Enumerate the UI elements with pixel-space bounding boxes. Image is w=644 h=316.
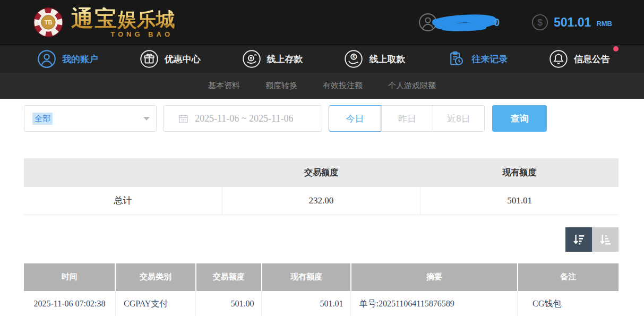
nav-item-announcements[interactable]: 信息公告 bbox=[549, 49, 610, 69]
subnav-quota-transfer[interactable]: 额度转换 bbox=[265, 81, 297, 91]
svg-text:$: $ bbox=[537, 17, 543, 28]
records-icon bbox=[446, 49, 466, 69]
deposit-icon bbox=[242, 49, 261, 69]
cell-summary: 单号:202511064115876589 bbox=[351, 291, 518, 316]
gift-icon bbox=[140, 49, 159, 69]
type-select[interactable]: 全部 bbox=[24, 105, 157, 132]
summary-header-empty bbox=[24, 158, 222, 187]
cell-time: 2025-11-06 07:02:38 bbox=[24, 291, 115, 316]
summary-total-row: 总计 232.00 501.01 bbox=[24, 187, 619, 215]
nav-label: 往来记录 bbox=[471, 53, 508, 65]
type-select-value: 全部 bbox=[32, 113, 53, 125]
header-right: 0 $ 501.01 RMB bbox=[418, 13, 612, 32]
sort-ascending-icon bbox=[598, 233, 612, 246]
summary-current-total: 501.01 bbox=[420, 187, 619, 215]
yesterday-button[interactable]: 昨日 bbox=[381, 106, 433, 131]
nav-item-withdraw[interactable]: $ 线上取款 bbox=[344, 49, 405, 69]
top-header: TB 通宝娱乐城 TONG BAO 0 $ bbox=[0, 0, 644, 45]
sort-descending-icon bbox=[572, 233, 586, 246]
logo-chinese-name: 通宝娱乐城 bbox=[71, 7, 175, 30]
cell-remark: CG钱包 bbox=[518, 291, 619, 316]
balance-currency: RMB bbox=[596, 20, 612, 28]
bell-icon bbox=[549, 49, 568, 69]
summary-header-transaction: 交易额度 bbox=[222, 158, 420, 187]
quick-range-group: 今日 昨日 近8日 bbox=[329, 105, 485, 132]
cell-balance: 501.01 bbox=[262, 291, 351, 316]
nav-label: 优惠中心 bbox=[165, 53, 201, 65]
nav-item-my-account[interactable]: 我的账户 bbox=[37, 49, 98, 69]
search-button[interactable]: 查询 bbox=[492, 105, 547, 132]
withdraw-icon: $ bbox=[344, 49, 363, 69]
username-visible-suffix: 0 bbox=[494, 16, 500, 29]
user-account[interactable]: 0 bbox=[418, 13, 500, 32]
nav-label: 线上取款 bbox=[369, 53, 405, 65]
sub-nav: 基本资料 额度转换 有效投注额 个人游戏限额 bbox=[0, 73, 644, 99]
today-button[interactable]: 今日 bbox=[329, 105, 381, 132]
cell-type: CGPAY支付 bbox=[115, 291, 195, 316]
filter-row: 全部 2025-11-06 ~ 2025-11-06 今日 昨日 近8日 查询 bbox=[24, 105, 619, 132]
records-header-row: 时间 交易类别 交易额度 现有额度 摘要 备注 bbox=[24, 263, 619, 291]
chevron-down-icon bbox=[143, 117, 150, 121]
summary-header-row: 交易额度 现有额度 bbox=[24, 158, 619, 187]
summary-table: 交易额度 现有额度 总计 232.00 501.01 bbox=[24, 158, 619, 215]
dollar-circle-icon: $ bbox=[531, 14, 548, 31]
balance[interactable]: $ 501.01 RMB bbox=[531, 14, 612, 31]
col-header-type: 交易类别 bbox=[115, 263, 195, 291]
records-table: 时间 交易类别 交易额度 现有额度 摘要 备注 2025-11-06 07:02… bbox=[24, 263, 619, 316]
sort-ascending-button[interactable] bbox=[592, 227, 619, 252]
site-logo[interactable]: TB 通宝娱乐城 TONG BAO bbox=[33, 7, 175, 38]
nav-label: 信息公告 bbox=[574, 53, 610, 65]
logo-text: 通宝娱乐城 TONG BAO bbox=[71, 7, 175, 38]
redaction-scribble bbox=[431, 13, 499, 31]
svg-text:TB: TB bbox=[45, 19, 53, 25]
poker-chip-icon: TB bbox=[33, 7, 64, 38]
col-header-time: 时间 bbox=[24, 263, 115, 291]
last-8-days-button[interactable]: 近8日 bbox=[433, 106, 484, 131]
notification-dot bbox=[613, 46, 619, 52]
subnav-game-limits[interactable]: 个人游戏限额 bbox=[388, 81, 436, 91]
date-range-value: 2025-11-06 ~ 2025-11-06 bbox=[195, 113, 293, 124]
redacted-username: 0 bbox=[431, 13, 500, 31]
balance-amount: 501.01 bbox=[554, 15, 591, 30]
table-row: 2025-11-06 07:02:38 CGPAY支付 501.00 501.0… bbox=[24, 291, 619, 316]
sort-descending-button[interactable] bbox=[565, 227, 592, 252]
summary-total-label: 总计 bbox=[24, 187, 222, 215]
sort-controls bbox=[24, 227, 619, 252]
subnav-basic-info[interactable]: 基本资料 bbox=[208, 81, 240, 91]
nav-item-deposit[interactable]: 线上存款 bbox=[242, 49, 303, 69]
date-range-input[interactable]: 2025-11-06 ~ 2025-11-06 bbox=[163, 105, 322, 132]
col-header-remark: 备注 bbox=[518, 263, 619, 291]
col-header-balance: 现有额度 bbox=[262, 263, 351, 291]
col-header-amount: 交易额度 bbox=[196, 263, 262, 291]
summary-header-current: 现有额度 bbox=[420, 158, 619, 187]
main-nav: 我的账户 优惠中心 线上存款 $ 线上取款 bbox=[0, 45, 644, 73]
content: 全部 2025-11-06 ~ 2025-11-06 今日 昨日 近8日 查询 bbox=[0, 99, 644, 316]
logo-english-name: TONG BAO bbox=[71, 31, 175, 38]
nav-item-records[interactable]: 往来记录 bbox=[446, 49, 508, 69]
nav-label: 我的账户 bbox=[62, 53, 98, 65]
account-icon bbox=[37, 49, 56, 69]
summary-transaction-total: 232.00 bbox=[222, 187, 420, 215]
nav-label: 线上存款 bbox=[267, 53, 303, 65]
calendar-icon bbox=[178, 114, 188, 124]
svg-text:$: $ bbox=[353, 54, 355, 59]
col-header-summary: 摘要 bbox=[351, 263, 518, 291]
nav-item-promotions[interactable]: 优惠中心 bbox=[140, 49, 201, 69]
subnav-valid-bets[interactable]: 有效投注额 bbox=[323, 81, 363, 91]
cell-amount: 501.00 bbox=[196, 291, 262, 316]
